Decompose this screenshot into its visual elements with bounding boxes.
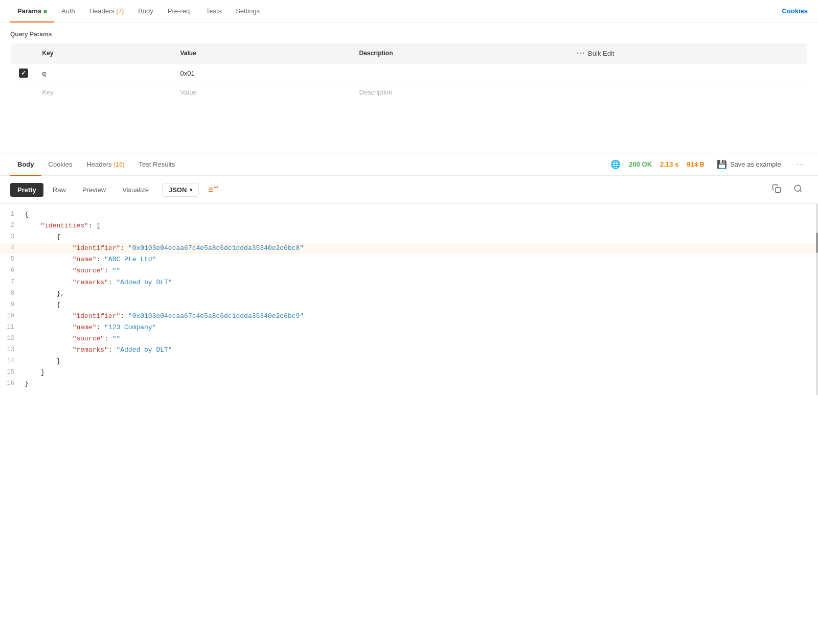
code-area: 1{2 "identities": [3 {4 "identifier": "0… (0, 204, 818, 395)
line-number: 11 (0, 322, 25, 332)
tab-response-headers-badge: (16) (113, 161, 124, 168)
code-line: 15 ] (0, 367, 818, 378)
cookies-link[interactable]: Cookies (782, 7, 808, 15)
format-json-label: JSON (169, 186, 187, 194)
format-btn-visualize[interactable]: Visualize (115, 183, 156, 197)
svg-line-2 (800, 190, 801, 192)
code-wrapper: 1{2 "identities": [3 {4 "identifier": "0… (0, 204, 818, 395)
table-row: Key Value Description (11, 83, 808, 102)
bulk-dots-icon[interactable]: ··· (577, 49, 585, 58)
line-number: 10 (0, 311, 25, 321)
tab-auth[interactable]: Auth (54, 0, 82, 22)
col-header-desc: Description (353, 43, 571, 63)
line-content: "identities": [ (25, 220, 818, 232)
svg-point-1 (794, 185, 801, 191)
line-number: 12 (0, 333, 25, 343)
line-content: "identifier": "0x0103e04ecaa67c4e5a8c6dc… (25, 243, 818, 254)
tab-tests-label: Tests (206, 7, 221, 15)
tab-response-body[interactable]: Body (10, 153, 41, 175)
row2-key-cell[interactable]: Key (36, 83, 174, 102)
tab-response-cookies-label: Cookies (49, 160, 73, 168)
tab-response-cookies[interactable]: Cookies (41, 153, 80, 175)
response-time: 2.13 s (660, 160, 678, 168)
code-line: 16} (0, 378, 818, 389)
line-number: 16 (0, 378, 25, 388)
table-row: q 0x01 (11, 63, 808, 83)
code-line: 11 "name": "123 Company" (0, 322, 818, 333)
tab-response-body-label: Body (17, 160, 34, 168)
save-example-button[interactable]: 💾 Save as example (713, 157, 785, 171)
line-content: }, (25, 288, 818, 300)
tab-response-headers-label: Headers (86, 160, 111, 168)
empty-space (0, 112, 818, 143)
row1-key-value: q (42, 70, 46, 77)
tab-body[interactable]: Body (131, 0, 161, 22)
tab-prereq[interactable]: Pre-req. (161, 0, 199, 22)
col-header-bulk: ··· Bulk Edit (571, 43, 808, 63)
line-number: 3 (0, 232, 25, 242)
col-header-key: Key (36, 43, 174, 63)
row1-key-cell[interactable]: q (36, 63, 174, 83)
code-line: 12 "source": "" (0, 333, 818, 344)
line-content: "source": "" (25, 333, 818, 344)
tab-params-label: Params (17, 7, 41, 15)
line-number: 5 (0, 254, 25, 264)
row1-desc-cell[interactable] (353, 63, 571, 83)
line-number: 8 (0, 288, 25, 298)
line-content: "name": "ABC Pte Ltd" (25, 254, 818, 265)
copy-button[interactable] (767, 181, 786, 198)
response-meta: 🌐 200 OK 2.13 s 814 B 💾 Save as example … (610, 157, 808, 171)
format-btn-preview[interactable]: Preview (75, 183, 113, 197)
line-content: "remarks": "Added by DLT" (25, 277, 818, 288)
tab-auth-label: Auth (61, 7, 75, 15)
col-header-value: Value (174, 43, 353, 63)
scrollbar[interactable] (816, 204, 818, 395)
response-size: 814 B (687, 160, 705, 168)
tab-response-headers[interactable]: Headers (16) (79, 153, 131, 175)
format-json-selector[interactable]: JSON ▾ (162, 183, 199, 197)
format-btn-pretty[interactable]: Pretty (10, 183, 43, 197)
row1-check-cell (11, 63, 36, 83)
row2-desc-placeholder: Description (359, 88, 393, 96)
line-content: "name": "123 Company" (25, 322, 818, 333)
line-number: 2 (0, 220, 25, 231)
scrollbar-thumb[interactable] (816, 233, 818, 253)
col-header-desc-text: Description (359, 50, 393, 57)
line-number: 1 (0, 209, 25, 219)
code-line: 1{ (0, 209, 818, 220)
code-line: 10 "identifier": "0x0103e04ecaa67c4e5a8c… (0, 311, 818, 322)
line-content: { (25, 300, 818, 311)
line-content: "remarks": "Added by DLT" (25, 344, 818, 356)
tab-headers[interactable]: Headers (7) (82, 0, 131, 22)
format-btn-raw[interactable]: Raw (46, 183, 73, 197)
save-icon: 💾 (717, 159, 727, 169)
code-line: 2 "identities": [ (0, 220, 818, 232)
tab-test-results-label: Test Results (139, 160, 175, 168)
tab-test-results[interactable]: Test Results (132, 153, 183, 175)
line-number: 13 (0, 344, 25, 355)
top-tabs-bar: Params Auth Headers (7) Body Pre-req. Te… (0, 0, 818, 22)
row2-check-cell (11, 83, 36, 102)
row2-key-placeholder: Key (42, 88, 54, 96)
row1-value-cell[interactable]: 0x01 (174, 63, 353, 83)
word-wrap-button[interactable]: ≡↩ (203, 181, 223, 198)
row2-value-cell[interactable]: Value (174, 83, 353, 102)
bulk-edit-label[interactable]: Bulk Edit (588, 50, 614, 57)
response-section: Body Cookies Headers (16) Test Results 🌐… (0, 153, 818, 395)
line-number: 15 (0, 367, 25, 377)
search-button[interactable] (788, 181, 808, 198)
tab-prereq-label: Pre-req. (168, 7, 192, 15)
tab-settings[interactable]: Settings (229, 0, 267, 22)
row2-desc-cell[interactable]: Description (353, 83, 571, 102)
response-tabs-bar: Body Cookies Headers (16) Test Results 🌐… (0, 153, 818, 176)
line-number: 6 (0, 265, 25, 275)
line-number: 9 (0, 300, 25, 310)
response-more-button[interactable]: ··· (793, 160, 808, 169)
row1-checkbox[interactable] (17, 68, 30, 78)
tab-headers-badge: (7) (117, 8, 124, 15)
code-line: 13 "remarks": "Added by DLT" (0, 344, 818, 356)
line-content: } (25, 378, 818, 389)
save-example-label: Save as example (730, 160, 781, 168)
tab-tests[interactable]: Tests (199, 0, 229, 22)
tab-params[interactable]: Params (10, 0, 54, 22)
